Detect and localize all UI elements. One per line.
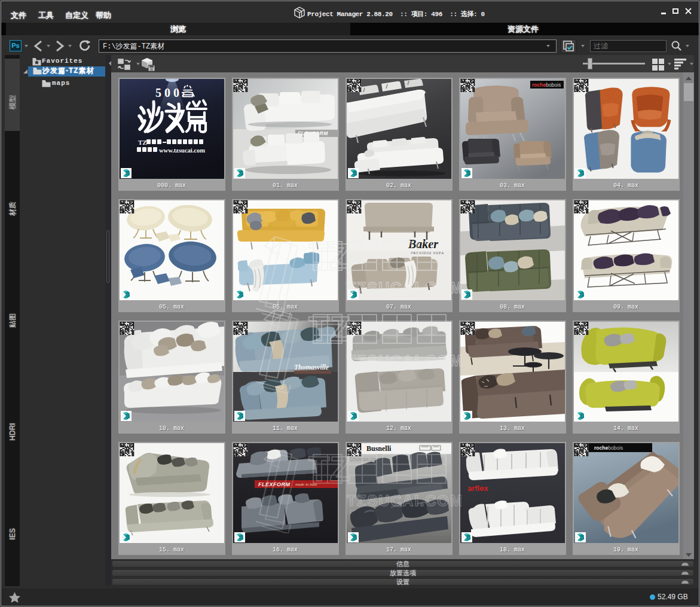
svg-text:arflex: arflex: [467, 484, 488, 493]
svg-text:rochebobois: rochebobois: [594, 445, 623, 451]
svg-text:TZSUCAI.COM: TZSUCAI.COM: [347, 492, 461, 509]
svg-text:TZ: TZ: [308, 236, 351, 275]
svg-text:www.tzsucai.com: www.tzsucai.com: [159, 147, 205, 154]
svg-text:TZSUCAI.COM: TZSUCAI.COM: [347, 352, 461, 369]
svg-text:TZ: TZ: [138, 139, 147, 146]
svg-text:500: 500: [155, 86, 182, 99]
svg-text:TZ: TZ: [308, 309, 351, 348]
svg-text:TZSUCAI.COM: TZSUCAI.COM: [347, 279, 461, 296]
svg-text:TZ: TZ: [308, 449, 351, 488]
svg-text:rochebobois: rochebobois: [532, 82, 561, 88]
